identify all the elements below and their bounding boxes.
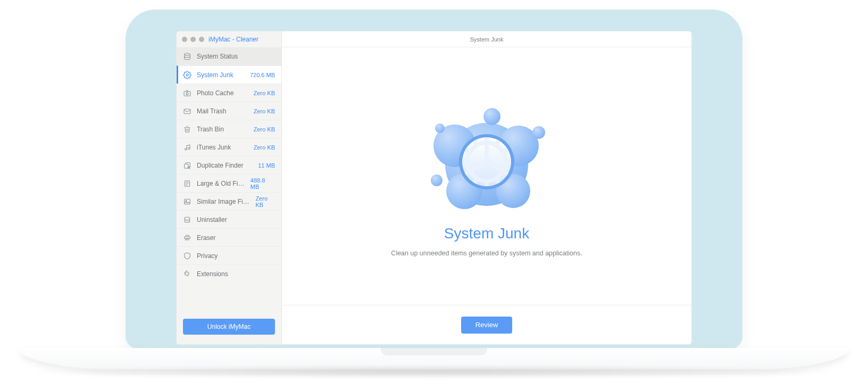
sidebar-item-label: Trash Bin [197, 126, 248, 133]
sidebar-item-mail-trash[interactable]: Mail Trash Zero KB [177, 102, 281, 120]
sidebar-item-extensions[interactable]: Extensions [177, 264, 281, 283]
sidebar: iMyMac - Cleaner System Status System Ju… [177, 31, 282, 344]
app-title: iMyMac - Cleaner [208, 36, 258, 43]
sidebar-item-label: System Status [197, 53, 270, 60]
main-header-title: System Junk [470, 36, 504, 43]
sidebar-item-uninstaller[interactable]: App Uninstaller [177, 210, 281, 228]
sidebar-item-label: Privacy [197, 252, 270, 260]
svg-point-20 [483, 108, 500, 125]
close-dot[interactable] [182, 37, 187, 42]
sidebar-nav: System Status System Junk 720.6 MB Photo… [177, 47, 281, 283]
laptop-frame: iMyMac - Cleaner System Status System Ju… [111, 10, 757, 371]
duplicate-icon [183, 161, 191, 170]
svg-point-23 [431, 175, 443, 186]
sidebar-item-label: iTunes Junk [197, 144, 248, 151]
sidebar-item-value: Zero KB [255, 195, 275, 208]
app-window: iMyMac - Cleaner System Status System Ju… [176, 31, 692, 345]
svg-point-3 [186, 92, 188, 94]
sidebar-item-privacy[interactable]: Privacy [177, 246, 281, 264]
main-title: System Junk [444, 225, 529, 242]
sidebar-item-label: Mail Trash [197, 107, 248, 115]
traffic-lights [182, 37, 204, 42]
svg-rect-2 [184, 91, 190, 96]
sidebar-item-label: Photo Cache [197, 89, 248, 97]
sidebar-item-similar-image-finder[interactable]: Similar Image Finder Zero KB [177, 192, 281, 210]
camera-icon [183, 89, 191, 97]
main-footer: Review [282, 305, 691, 344]
app-icon: App [183, 215, 191, 224]
sidebar-item-system-junk[interactable]: System Junk 720.6 MB [177, 65, 281, 84]
unlock-button[interactable]: Unlock iMyMac [183, 319, 275, 335]
sidebar-item-value: Zero KB [254, 126, 275, 132]
sidebar-item-large-old-files[interactable]: Large & Old Files 488.8 MB [177, 174, 281, 192]
sidebar-item-label: System Junk [197, 71, 245, 79]
sidebar-item-system-status[interactable]: System Status [177, 47, 281, 65]
main-subtitle: Clean up unneeded items generated by sys… [391, 250, 582, 257]
unlock-area: Unlock iMyMac [177, 311, 281, 344]
puzzle-icon [183, 270, 191, 278]
sidebar-item-label: Duplicate Finder [197, 162, 253, 169]
sidebar-item-value: 488.8 MB [251, 177, 275, 190]
sidebar-item-trash-bin[interactable]: Trash Bin Zero KB [177, 120, 281, 138]
sidebar-item-label: Eraser [197, 234, 270, 242]
sidebar-item-value: Zero KB [254, 90, 275, 96]
main-body: System Junk Clean up unneeded items gene… [282, 47, 691, 305]
minimize-dot[interactable] [190, 37, 196, 42]
gear-icon [183, 71, 191, 79]
svg-point-0 [185, 53, 190, 55]
svg-rect-14 [185, 237, 190, 238]
laptop-base [19, 348, 849, 369]
music-icon [183, 143, 191, 152]
sidebar-item-value: Zero KB [254, 108, 275, 114]
svg-text:App: App [185, 219, 190, 221]
svg-rect-4 [184, 109, 190, 114]
svg-point-1 [186, 74, 188, 76]
sidebar-spacer [177, 283, 281, 311]
main-panel: System Junk [282, 31, 691, 344]
main-header: System Junk [282, 31, 691, 47]
sidebar-item-label: Extensions [197, 270, 270, 278]
mail-icon [183, 107, 191, 115]
svg-point-21 [532, 126, 545, 139]
gear-illustration [407, 95, 566, 218]
files-icon [183, 179, 191, 188]
sidebar-item-photo-cache[interactable]: Photo Cache Zero KB [177, 84, 281, 102]
sidebar-item-label: Uninstaller [197, 216, 270, 223]
zoom-dot[interactable] [199, 37, 204, 42]
svg-point-31 [482, 157, 491, 167]
sidebar-item-label: Large & Old Files [197, 180, 245, 187]
sidebar-item-duplicate-finder[interactable]: Duplicate Finder 11 MB [177, 156, 281, 174]
shredder-icon [183, 234, 191, 242]
sidebar-item-value: 11 MB [258, 162, 275, 169]
svg-point-22 [435, 123, 445, 133]
window-titlebar: iMyMac - Cleaner [177, 31, 281, 47]
image-icon [183, 197, 191, 206]
sidebar-item-value: 720.6 MB [250, 72, 275, 78]
trash-icon [183, 125, 191, 134]
review-button[interactable]: Review [461, 317, 512, 334]
disk-icon [183, 52, 191, 61]
sidebar-item-label: Similar Image Finder [197, 198, 250, 205]
sidebar-item-itunes-junk[interactable]: iTunes Junk Zero KB [177, 138, 281, 156]
sidebar-item-value: Zero KB [254, 144, 275, 151]
shield-icon [183, 252, 191, 260]
sidebar-item-eraser[interactable]: Eraser [177, 228, 281, 246]
svg-rect-10 [185, 199, 190, 204]
